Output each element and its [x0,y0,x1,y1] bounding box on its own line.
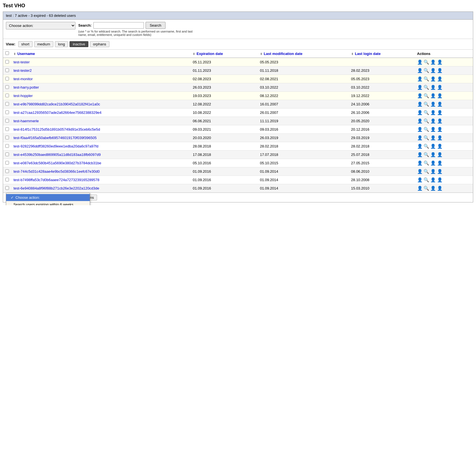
view-user-icon[interactable]: 👤 [417,118,423,124]
username-link[interactable]: test-harry.potter [13,85,39,89]
view-user-icon[interactable]: 👤 [417,76,423,82]
select-all-checkbox[interactable] [5,51,9,55]
row-checkbox[interactable] [5,77,9,80]
search-user-icon[interactable]: 🔍 [424,85,429,90]
username-link[interactable]: test-814f1c753125d5b1891b05749d91e35ceb6… [13,127,100,131]
view-user-icon[interactable]: 👤 [417,127,423,132]
lastlogin-sort-link[interactable]: Last login date [355,52,381,56]
delete-user-icon[interactable]: 👤 [437,127,443,132]
edit-user-icon[interactable]: 👤 [430,68,436,73]
action-select[interactable]: Choose action: Search users expiring wit… [6,22,75,29]
row-checkbox[interactable] [5,186,9,190]
row-checkbox[interactable] [5,110,9,114]
search-user-icon[interactable]: 🔍 [424,177,429,183]
username-link[interactable]: test-e4539b250baed869905a11d8d183aa18fb6… [13,153,101,157]
username-link[interactable]: test-a27caa129356507ade2a62664ee75682388… [13,110,102,115]
row-checkbox[interactable] [5,60,9,64]
username-link[interactable]: test-tester [13,60,30,64]
edit-user-icon[interactable]: 👤 [430,152,436,157]
view-user-icon[interactable]: 👤 [417,160,423,166]
row-checkbox[interactable] [5,68,9,72]
view-user-icon[interactable]: 👤 [417,101,423,107]
username-link[interactable]: test-f0aa4f165a50abefb695746019170f039f3… [13,136,96,140]
username-sort-link[interactable]: Username [17,52,35,56]
username-link[interactable]: test-744c5d31c428aae4e9bc5d38366c1eefc67… [13,169,100,174]
delete-user-icon[interactable]: 👤 [437,144,443,149]
delete-user-icon[interactable]: 👤 [437,135,443,140]
delete-user-icon[interactable]: 👤 [437,169,443,174]
edit-user-icon[interactable]: 👤 [430,93,436,98]
row-checkbox[interactable] [5,161,9,165]
delete-user-icon[interactable]: 👤 [437,118,443,124]
view-user-icon[interactable]: 👤 [417,144,423,149]
row-checkbox[interactable] [5,127,9,131]
search-user-icon[interactable]: 🔍 [424,68,429,73]
delete-user-icon[interactable]: 👤 [437,160,443,166]
row-checkbox[interactable] [5,136,9,139]
edit-user-icon[interactable]: 👤 [430,110,436,115]
search-user-icon[interactable]: 🔍 [424,118,429,124]
delete-user-icon[interactable]: 👤 [437,110,443,115]
tab-short[interactable]: short [18,41,33,47]
row-checkbox[interactable] [5,169,9,173]
view-user-icon[interactable]: 👤 [417,177,423,183]
row-checkbox[interactable] [5,119,9,123]
dropdown-item-1[interactable]: Search users expiring within 6 weeks [6,201,90,205]
delete-user-icon[interactable]: 👤 [437,93,443,98]
search-user-icon[interactable]: 🔍 [424,169,429,174]
delete-user-icon[interactable]: 👤 [437,59,443,65]
edit-user-icon[interactable]: 👤 [430,101,436,107]
search-user-icon[interactable]: 🔍 [424,76,429,82]
tab-medium[interactable]: medium [34,41,53,47]
view-user-icon[interactable]: 👤 [417,110,423,115]
search-user-icon[interactable]: 🔍 [424,152,429,157]
view-user-icon[interactable]: 👤 [417,59,423,65]
delete-user-icon[interactable]: 👤 [437,186,443,191]
search-user-icon[interactable]: 🔍 [424,186,429,191]
dropdown-item-0[interactable]: ✓ Choose action: [6,194,90,201]
delete-user-icon[interactable]: 👤 [437,152,443,157]
search-user-icon[interactable]: 🔍 [424,93,429,98]
search-user-icon[interactable]: 🔍 [424,160,429,166]
view-user-icon[interactable]: 👤 [417,186,423,191]
search-user-icon[interactable]: 🔍 [424,144,429,149]
tab-inactive[interactable]: inactive [70,41,88,47]
delete-user-icon[interactable]: 👤 [437,68,443,73]
view-user-icon[interactable]: 👤 [417,152,423,157]
username-link[interactable]: test-e087e63dc580b451a5690e380d27b3784dc… [13,161,101,165]
delete-user-icon[interactable]: 👤 [437,85,443,90]
search-user-icon[interactable]: 🔍 [424,110,429,115]
edit-user-icon[interactable]: 👤 [430,160,436,166]
tab-long[interactable]: long [55,41,68,47]
search-input[interactable] [93,22,144,29]
delete-user-icon[interactable]: 👤 [437,101,443,107]
edit-user-icon[interactable]: 👤 [430,135,436,140]
view-user-icon[interactable]: 👤 [417,135,423,140]
search-button[interactable]: Search [146,22,165,29]
row-checkbox[interactable] [5,94,9,97]
username-link[interactable]: test-monitor [13,77,33,81]
row-checkbox[interactable] [5,178,9,181]
edit-user-icon[interactable]: 👤 [430,59,436,65]
username-link[interactable]: test-hoppler [13,94,33,98]
username-link[interactable]: test-e9b798099dd82ca9ce21b390452a0182f41… [13,102,100,106]
username-link[interactable]: test-b7498ffa53c7d0b6aaee724a72732391652… [13,178,99,182]
search-user-icon[interactable]: 🔍 [424,135,429,140]
edit-user-icon[interactable]: 👤 [430,127,436,132]
username-link[interactable]: test-haemmerle [13,119,39,123]
view-user-icon[interactable]: 👤 [417,68,423,73]
row-checkbox[interactable] [5,153,9,156]
edit-user-icon[interactable]: 👤 [430,76,436,82]
edit-user-icon[interactable]: 👤 [430,118,436,124]
row-checkbox[interactable] [5,144,9,148]
username-link[interactable]: test-6e940884a8f96f88b271cb26e3e2202a120… [13,186,99,190]
username-link[interactable]: test-tester2 [13,68,32,73]
lastmod-sort-link[interactable]: Last modification date [264,52,302,56]
row-checkbox[interactable] [5,85,9,89]
delete-user-icon[interactable]: 👤 [437,76,443,82]
view-user-icon[interactable]: 👤 [417,169,423,174]
expiration-sort-link[interactable]: Expiration date [197,52,223,56]
row-checkbox[interactable] [5,102,9,106]
delete-user-icon[interactable]: 👤 [437,177,443,183]
view-user-icon[interactable]: 👤 [417,93,423,98]
